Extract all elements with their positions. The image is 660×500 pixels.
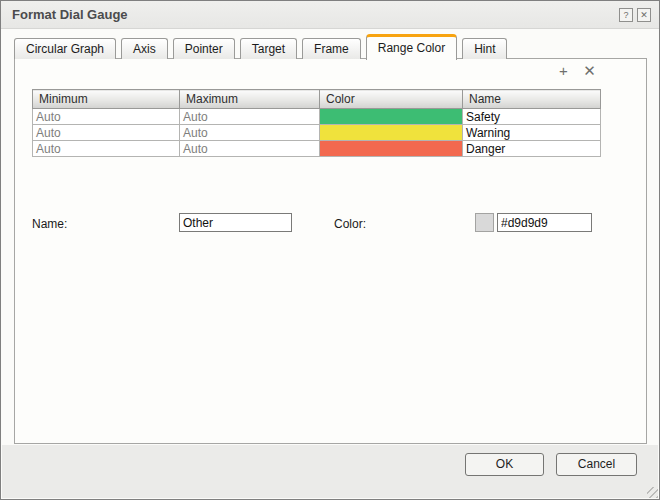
tab-range-color[interactable]: Range Color xyxy=(366,34,457,60)
table-row[interactable]: Auto Auto Warning xyxy=(33,125,601,141)
range-color-table: Minimum Maximum Color Name Auto Auto Saf… xyxy=(32,89,601,157)
tab-pointer[interactable]: Pointer xyxy=(173,38,235,59)
table-actions: + ✕ xyxy=(555,62,598,79)
maximum-cell: Auto xyxy=(180,141,320,157)
add-row-icon[interactable]: + xyxy=(555,62,572,79)
range-color-panel: + ✕ Minimum Maximum Color Name Auto Auto xyxy=(14,58,647,444)
maximum-cell: Auto xyxy=(180,109,320,125)
cancel-button[interactable]: Cancel xyxy=(556,453,637,476)
name-cell: Safety xyxy=(463,109,601,125)
resize-grip[interactable] xyxy=(647,487,658,498)
column-header-name[interactable]: Name xyxy=(463,90,601,109)
dialog-title: Format Dial Gauge xyxy=(12,7,615,22)
color-swatch-cell xyxy=(320,141,463,157)
maximum-cell: Auto xyxy=(180,125,320,141)
color-swatch-cell xyxy=(320,125,463,141)
name-cell: Danger xyxy=(463,141,601,157)
tab-axis[interactable]: Axis xyxy=(121,38,168,59)
help-icon[interactable]: ? xyxy=(619,8,633,22)
tab-hint[interactable]: Hint xyxy=(462,38,507,59)
table-row[interactable]: Auto Auto Danger xyxy=(33,141,601,157)
name-label: Name: xyxy=(32,217,67,231)
format-dial-gauge-dialog: Format Dial Gauge ? ✕ Circular Graph Axi… xyxy=(0,0,660,500)
name-input[interactable] xyxy=(179,213,292,232)
column-header-maximum[interactable]: Maximum xyxy=(180,90,320,109)
tab-circular-graph[interactable]: Circular Graph xyxy=(14,38,116,59)
color-swatch-cell xyxy=(320,109,463,125)
table-header-row: Minimum Maximum Color Name xyxy=(33,90,601,109)
footer: OK Cancel xyxy=(2,445,658,498)
remove-row-icon[interactable]: ✕ xyxy=(581,62,598,79)
tab-target[interactable]: Target xyxy=(240,38,297,59)
minimum-cell: Auto xyxy=(33,141,180,157)
column-header-minimum[interactable]: Minimum xyxy=(33,90,180,109)
tab-bar: Circular Graph Axis Pointer Target Frame… xyxy=(14,33,646,59)
color-label: Color: xyxy=(334,217,366,231)
color-swatch-button[interactable] xyxy=(475,213,494,232)
name-cell: Warning xyxy=(463,125,601,141)
minimum-cell: Auto xyxy=(33,109,180,125)
ok-button[interactable]: OK xyxy=(465,453,544,476)
column-header-color[interactable]: Color xyxy=(320,90,463,109)
color-input[interactable] xyxy=(497,213,592,232)
tab-frame[interactable]: Frame xyxy=(302,38,361,59)
close-icon[interactable]: ✕ xyxy=(637,8,651,22)
title-bar: Format Dial Gauge ? ✕ xyxy=(1,1,659,29)
minimum-cell: Auto xyxy=(33,125,180,141)
table-row[interactable]: Auto Auto Safety xyxy=(33,109,601,125)
